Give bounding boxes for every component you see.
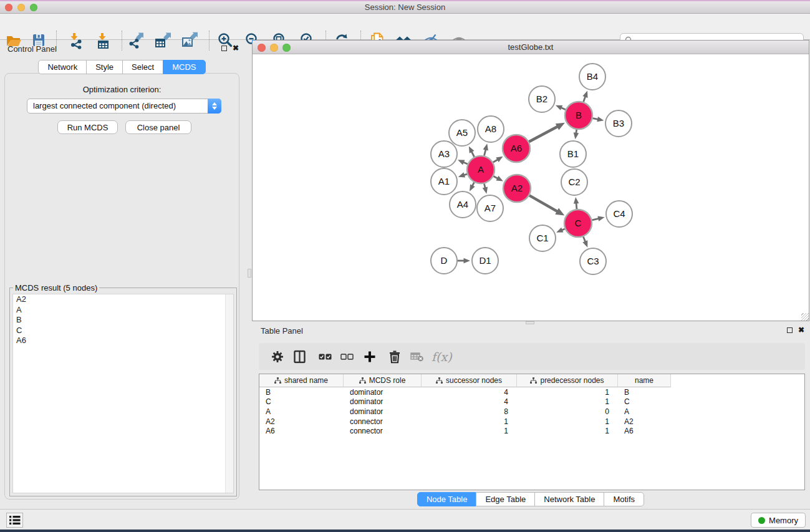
graph-node-A3[interactable]: A3: [431, 141, 457, 167]
graph-node-B4[interactable]: B4: [579, 64, 605, 90]
result-list-scrollbar[interactable]: [225, 294, 233, 493]
network-close-icon[interactable]: [258, 44, 266, 52]
network-canvas[interactable]: B4B2BB3A5A8A6B1A3AC2A1A2A4A7C4CC1C3DD1: [253, 55, 809, 321]
column-header-MCDS-role[interactable]: MCDS role: [344, 374, 422, 387]
optimization-criterion-dropdown[interactable]: largest connected component (directed): [27, 99, 221, 114]
close-table-panel-icon[interactable]: ✖: [798, 327, 804, 333]
graph-node-B1[interactable]: B1: [560, 141, 586, 167]
graph-edge-B-B3[interactable]: [593, 118, 599, 120]
cell-MCDS-role[interactable]: connector: [344, 427, 422, 435]
tab-mcds[interactable]: MCDS: [163, 60, 205, 74]
graph-node-C[interactable]: C: [564, 210, 592, 237]
select-all-columns-icon[interactable]: [319, 354, 332, 360]
graph-node-A7[interactable]: A7: [477, 195, 503, 221]
network-minimize-icon[interactable]: [270, 44, 278, 52]
tab-edge-table[interactable]: Edge Table: [476, 492, 535, 506]
cell-shared-name[interactable]: A: [259, 407, 344, 416]
graph-node-A1[interactable]: A1: [431, 168, 457, 195]
tab-style[interactable]: Style: [86, 60, 123, 74]
cell-successor-nodes[interactable]: 1: [422, 427, 517, 435]
frame-resize-handle[interactable]: [801, 313, 809, 321]
cell-predecessor-nodes[interactable]: 1: [517, 397, 618, 406]
graph-node-C1[interactable]: C1: [529, 225, 556, 251]
graph-edge-C-C3[interactable]: [583, 236, 585, 241]
unselect-all-columns-icon[interactable]: [340, 354, 354, 360]
cell-shared-name[interactable]: A2: [259, 417, 344, 426]
mcds-result-item[interactable]: A2: [13, 294, 233, 305]
cell-name[interactable]: A: [618, 407, 671, 416]
graph-edge-B-B4[interactable]: [584, 97, 586, 102]
column-header-name[interactable]: name: [618, 374, 671, 387]
column-header-successor-nodes[interactable]: successor nodes: [422, 374, 517, 387]
float-table-panel-icon[interactable]: [787, 327, 793, 333]
cell-name[interactable]: A6: [618, 427, 671, 435]
cell-shared-name[interactable]: C: [259, 397, 344, 406]
function-builder-icon[interactable]: f(x): [432, 350, 452, 364]
tab-network-table[interactable]: Network Table: [534, 492, 604, 506]
create-column-icon[interactable]: [364, 351, 376, 363]
cell-predecessor-nodes[interactable]: 1: [517, 417, 618, 426]
cell-MCDS-role[interactable]: dominator: [344, 407, 422, 416]
graph-edge-A-A2[interactable]: [493, 177, 498, 179]
graph-node-A2[interactable]: A2: [503, 175, 531, 202]
cell-MCDS-role[interactable]: dominator: [344, 388, 422, 397]
graph-edge-A2-C[interactable]: [529, 195, 557, 211]
tab-select[interactable]: Select: [122, 60, 163, 74]
graph-node-A8[interactable]: A8: [478, 116, 504, 142]
graph-node-A6[interactable]: A6: [503, 135, 530, 162]
delete-column-icon[interactable]: [389, 350, 400, 363]
mcds-result-item[interactable]: A6: [13, 336, 233, 346]
mcds-result-item[interactable]: B: [13, 315, 233, 326]
cell-MCDS-role[interactable]: connector: [344, 417, 422, 426]
run-mcds-button[interactable]: Run MCDS: [57, 120, 118, 134]
cell-predecessor-nodes[interactable]: 0: [517, 407, 618, 416]
close-panel-icon[interactable]: ✖: [233, 45, 239, 51]
cell-name[interactable]: C: [618, 397, 671, 406]
tab-network[interactable]: Network: [38, 60, 87, 74]
cell-predecessor-nodes[interactable]: 1: [517, 388, 618, 397]
table-row[interactable]: Bdominator41B: [259, 387, 804, 397]
graph-node-D[interactable]: D: [431, 248, 457, 274]
graph-node-D1[interactable]: D1: [472, 248, 498, 274]
maximize-window-icon[interactable]: [30, 4, 37, 11]
graph-node-B3[interactable]: B3: [605, 110, 632, 137]
graph-node-C4[interactable]: C4: [606, 201, 632, 227]
close-window-icon[interactable]: [5, 4, 12, 11]
tab-node-table[interactable]: Node Table: [417, 492, 477, 506]
close-panel-button[interactable]: Close panel: [125, 120, 191, 134]
delete-table-icon[interactable]: [410, 352, 424, 362]
column-header-shared-name[interactable]: shared name: [259, 374, 344, 387]
graph-edge-B-B2[interactable]: [561, 108, 566, 110]
network-maximize-icon[interactable]: [282, 44, 291, 52]
graph-node-C2[interactable]: C2: [561, 169, 587, 195]
graph-node-A5[interactable]: A5: [449, 120, 475, 146]
graph-node-B2[interactable]: B2: [529, 86, 555, 112]
cell-predecessor-nodes[interactable]: 1: [517, 427, 618, 435]
graph-node-A[interactable]: A: [467, 156, 494, 183]
cell-name[interactable]: B: [618, 388, 671, 397]
table-row[interactable]: A2connector11A2: [259, 417, 804, 427]
graph-node-C3[interactable]: C3: [580, 248, 606, 274]
minimize-window-icon[interactable]: [17, 4, 25, 11]
table-row[interactable]: Cdominator41C: [259, 397, 804, 407]
cell-successor-nodes[interactable]: 4: [422, 388, 517, 397]
graph-edge-A-A6[interactable]: [493, 160, 498, 163]
graph-edge-C-C4[interactable]: [592, 218, 599, 220]
show-columns-icon[interactable]: [294, 350, 306, 363]
graph-edge-A-A3[interactable]: [463, 162, 468, 164]
tab-motifs[interactable]: Motifs: [604, 492, 644, 506]
graph-edge-A6-B[interactable]: [529, 127, 557, 142]
graph-node-B[interactable]: B: [565, 102, 592, 129]
task-history-button[interactable]: [6, 513, 23, 528]
graph-edge-A-A8[interactable]: [484, 150, 485, 156]
mcds-result-item[interactable]: C: [13, 326, 233, 336]
graph-edge-A-A5[interactable]: [471, 152, 474, 157]
graph-edge-A-A7[interactable]: [484, 183, 485, 188]
table-row[interactable]: A6connector11A6: [259, 426, 804, 436]
table-settings-icon[interactable]: [271, 351, 284, 363]
cell-successor-nodes[interactable]: 4: [422, 397, 517, 406]
table-row[interactable]: Adominator80A: [259, 407, 804, 417]
float-panel-icon[interactable]: [221, 46, 227, 51]
column-header-predecessor-nodes[interactable]: predecessor nodes: [517, 374, 618, 387]
cell-successor-nodes[interactable]: 8: [422, 407, 517, 416]
